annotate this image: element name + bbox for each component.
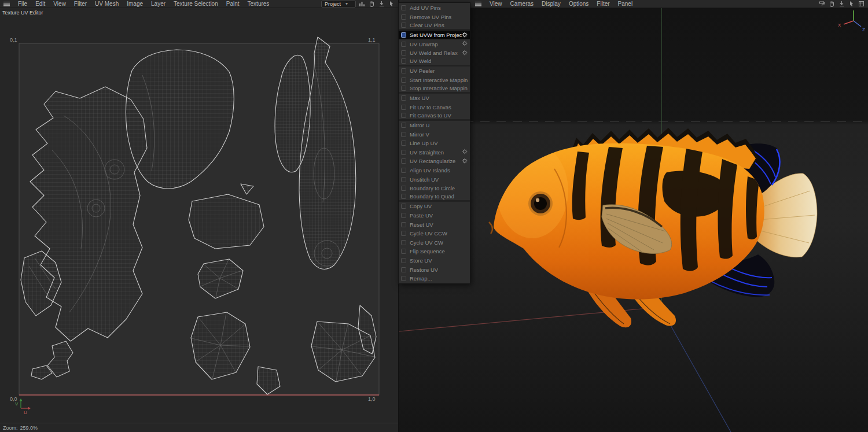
item-icon <box>401 14 406 20</box>
context-menu-item[interactable]: Clear UV Pins <box>399 21 470 31</box>
context-menu-item[interactable]: Set UVW from Projection <box>399 31 470 40</box>
uv-island[interactable] <box>189 194 264 249</box>
cursor-icon[interactable] <box>388 1 395 8</box>
context-menu-item[interactable]: UV Weld <box>399 58 470 67</box>
context-menu-item[interactable]: Reset UV <box>399 220 470 229</box>
item-icon <box>401 77 406 83</box>
context-menu-item[interactable]: Line Up UV <box>399 139 470 148</box>
fish-eye <box>528 191 553 216</box>
project-dropdown[interactable]: Project ▾ <box>321 1 356 8</box>
item-icon <box>401 150 406 155</box>
hamburger-icon[interactable] <box>475 2 481 6</box>
context-menu-item[interactable]: Unstitch UV <box>399 175 470 184</box>
context-menu-item[interactable]: Remove UV Pins <box>399 13 470 22</box>
context-menu-item[interactable]: Fit Canvas to UV <box>399 112 470 121</box>
context-menu-item[interactable]: Stop Interactive Mapping <box>399 84 470 94</box>
context-menu-item[interactable]: Copy UV <box>399 202 470 211</box>
menu-item[interactable]: Filter <box>593 1 613 7</box>
menu-item[interactable]: File <box>14 1 31 7</box>
application-window: FileEditViewFilterUV MeshImageLayerTextu… <box>0 0 868 432</box>
context-menu-item[interactable]: Store UV <box>399 256 470 265</box>
context-menu-item[interactable]: Remap... <box>399 274 470 283</box>
context-menu-item[interactable]: Fit UV to Canvas <box>399 103 470 112</box>
item-label: UV Weld <box>410 58 431 64</box>
cursor-icon[interactable] <box>848 1 855 8</box>
item-icon <box>401 95 406 101</box>
item-label: Stop Interactive Mapping <box>410 85 468 91</box>
context-menu-item[interactable]: Start Interactive Mapping <box>399 76 470 85</box>
context-menu-item[interactable]: Paste UV <box>399 211 470 220</box>
item-icon <box>401 32 406 38</box>
item-label: UV Peeler <box>410 68 435 74</box>
context-menu-item[interactable]: UV Peeler <box>399 67 470 76</box>
right-menubar-tools <box>818 1 868 8</box>
left-menu-bar: FileEditViewFilterUV MeshImageLayerTextu… <box>0 0 398 8</box>
download-icon[interactable] <box>378 1 385 8</box>
download-icon[interactable] <box>838 1 845 8</box>
menu-item[interactable]: Textures <box>244 1 274 7</box>
item-icon <box>401 23 406 28</box>
menu-item[interactable]: Layer <box>147 1 170 7</box>
gear-icon[interactable] <box>462 158 468 165</box>
context-menu-item[interactable]: UV Straighten <box>399 148 470 157</box>
item-icon <box>401 213 406 218</box>
menu-item[interactable]: Filter <box>70 1 91 7</box>
chevron-down-icon: ▾ <box>345 2 348 6</box>
context-menu-item[interactable]: Boundary to Quad <box>399 193 470 202</box>
right-menu-items: ViewCamerasDisplayOptionsFilterPanel <box>486 1 637 7</box>
uv-corner-label: 1,0 <box>368 396 376 402</box>
fish-head-highlight <box>496 143 568 238</box>
menu-item[interactable]: Paint <box>222 1 244 7</box>
menu-item[interactable]: Options <box>565 1 593 7</box>
gear-icon[interactable] <box>462 40 468 47</box>
gear-icon[interactable] <box>462 32 468 39</box>
menu-item[interactable]: UV Mesh <box>91 1 123 7</box>
item-icon <box>401 50 406 56</box>
item-icon <box>401 249 406 254</box>
menu-item[interactable]: Panel <box>614 1 637 7</box>
context-menu-item[interactable]: Flip Sequence <box>399 247 470 256</box>
gear-icon[interactable] <box>462 50 468 57</box>
hand-icon[interactable] <box>368 1 376 8</box>
context-menu-item[interactable]: Mirror V <box>399 130 470 139</box>
hamburger-icon[interactable] <box>3 2 10 6</box>
menu-item[interactable]: Image <box>123 1 147 7</box>
context-menu-item[interactable]: Cycle UV CW <box>399 238 470 247</box>
item-label: Boundary to Quad <box>410 193 454 200</box>
menu-item[interactable]: View <box>486 1 506 7</box>
context-menu-item[interactable]: UV Weld and Relax <box>399 49 470 58</box>
item-icon <box>401 267 406 272</box>
item-label: Clear UV Pins <box>410 22 444 28</box>
item-label: Flip Sequence <box>410 248 445 254</box>
menu-item[interactable]: Edit <box>31 1 49 7</box>
menu-item[interactable]: View <box>49 1 70 7</box>
context-menu-item[interactable]: Cycle UV CCW <box>399 229 470 238</box>
context-menu-item[interactable]: Add UV Pins <box>399 3 470 13</box>
gear-icon[interactable] <box>462 149 468 156</box>
context-menu-item[interactable]: Max UV <box>399 94 470 103</box>
uv-axis-widget: V U <box>15 398 31 415</box>
context-menu-item[interactable]: UV Rectangularize <box>399 157 470 166</box>
grid-layout-icon[interactable] <box>858 1 865 8</box>
context-menu-item[interactable]: Mirror U <box>399 121 470 130</box>
item-label: Paste UV <box>410 212 433 219</box>
paint-roller-icon[interactable] <box>818 1 826 8</box>
context-menu-item[interactable]: Restore UV <box>399 265 470 274</box>
hand-icon[interactable] <box>828 1 836 8</box>
item-icon <box>401 231 406 236</box>
menu-item[interactable]: Cameras <box>506 1 538 7</box>
uv-wireframe-canvas[interactable]: 0,1 1,1 0,0 1,0 V U <box>0 8 398 422</box>
left-menu-items: FileEditViewFilterUV MeshImageLayerTextu… <box>14 1 273 7</box>
menu-item[interactable]: Texture Selection <box>170 1 222 7</box>
orientation-gizmo[interactable]: Y X Z <box>838 8 865 32</box>
fish-model[interactable] <box>489 128 817 327</box>
item-label: Start Interactive Mapping <box>410 77 468 83</box>
item-label: Mirror U <box>410 122 429 128</box>
item-label: Cycle UV CCW <box>410 230 447 237</box>
menu-item[interactable]: Display <box>538 1 565 7</box>
item-icon <box>401 258 406 263</box>
context-menu-item[interactable]: Boundary to Circle <box>399 184 470 193</box>
chart-icon[interactable] <box>358 1 366 8</box>
context-menu-item[interactable]: UV Unwrap <box>399 39 470 49</box>
context-menu-item[interactable]: Align UV Islands <box>399 166 470 175</box>
